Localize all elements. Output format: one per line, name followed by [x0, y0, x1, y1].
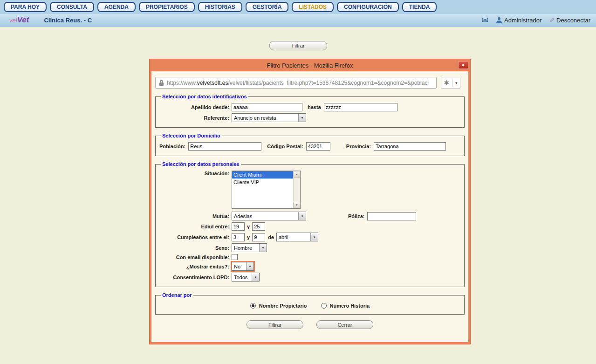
ordenar-numero-historia-radio[interactable]	[321, 303, 327, 309]
apellido-desde-label: Apellido desde:	[159, 104, 229, 110]
popup-filtrar-button[interactable]: Filtrar	[247, 320, 303, 329]
mutua-label: Mutua:	[159, 213, 229, 219]
user-icon	[496, 17, 502, 23]
referente-label: Referente:	[159, 115, 229, 121]
scroll-up-icon[interactable]: ▲	[294, 171, 300, 178]
legend-datos-personales: Selección por datos personales	[161, 161, 241, 167]
select-arrow-icon: ▼	[310, 233, 318, 241]
section-datos-identificativos: Selección por datos identificativos Apel…	[155, 94, 465, 128]
select-arrow-icon: ▼	[298, 114, 306, 122]
nav-propietarios[interactable]: PROPIETARIOS	[139, 2, 195, 12]
nav-tienda[interactable]: TIENDA	[402, 2, 437, 12]
scroll-down-icon[interactable]: ▼	[294, 202, 300, 208]
edad-min-input[interactable]	[232, 222, 245, 231]
situacion-option-client-miami[interactable]: Client Miami	[232, 171, 293, 179]
apellido-desde-input[interactable]	[232, 103, 302, 111]
select-arrow-icon: ▼	[246, 262, 253, 270]
url-bar[interactable]: https://www.velvetsoft.es/velvet/llistat…	[155, 77, 437, 89]
provincia-label: Provincia:	[346, 144, 371, 149]
poblacion-label: Población:	[159, 144, 185, 149]
pen-icon: ✎	[548, 17, 555, 23]
select-arrow-icon: ▼	[259, 244, 267, 252]
edad-max-input[interactable]	[252, 222, 265, 231]
chevron-down-icon: ▾	[455, 81, 458, 85]
codigo-postal-label: Código Postal:	[267, 144, 303, 149]
cumple-de-label: de	[268, 234, 274, 240]
main-nav: PARA HOY CONSULTA AGENDA PROPIETARIOS HI…	[0, 0, 596, 14]
close-button[interactable]: ×	[458, 61, 468, 69]
main-content: Filtrar Filtro Pacientes - Mozilla Firef…	[0, 27, 596, 364]
nav-consulta[interactable]: CONSULTA	[50, 2, 94, 12]
situacion-listbox[interactable]: Client Miami Cliente VIP ▲ ▼	[232, 171, 301, 209]
nav-historias[interactable]: HISTORIAS	[198, 2, 242, 12]
popup-titlebar[interactable]: Filtro Pacientes - Mozilla Firefox ×	[150, 59, 470, 71]
ordenar-nombre-propietario-radio[interactable]	[250, 303, 256, 309]
close-icon: ×	[462, 62, 465, 68]
nav-configuracion[interactable]: CONFIGURACIÓN	[337, 2, 399, 12]
email-disponible-label: Con email disponible:	[159, 254, 229, 260]
edad-y-label: y	[247, 224, 250, 229]
situacion-label: Situación:	[159, 171, 229, 176]
section-ordenar-por: Ordenar por Nombre Propietario Número Hi…	[155, 292, 465, 315]
logout-label: Desconectar	[556, 17, 590, 24]
section-domicilio: Selección por Domicilio Población: Códig…	[155, 133, 465, 156]
logout-button[interactable]: ✎ Desconectar	[549, 16, 590, 24]
provincia-input[interactable]	[374, 142, 446, 151]
extension-icon: ✱	[444, 80, 449, 86]
ordenar-numero-historia-label: Número Historia	[330, 303, 370, 309]
url-row: https://www.velvetsoft.es/velvet/llistat…	[155, 77, 465, 89]
codigo-postal-input[interactable]	[306, 142, 330, 151]
popup-cerrar-button[interactable]: Cerrar	[316, 320, 373, 329]
sexo-label: Sexo:	[159, 245, 229, 251]
mostrar-exitus-label: ¿Mostrar éxitus?:	[159, 264, 229, 269]
referente-select[interactable]: Anuncio en revista ▼	[232, 113, 306, 122]
section-datos-personales: Selección por datos personales Situación…	[155, 161, 465, 287]
poliza-input[interactable]	[367, 212, 416, 220]
url-text: https://www.velvetsoft.es/velvet/llistat…	[167, 80, 429, 86]
nav-agenda[interactable]: AGENDA	[97, 2, 136, 12]
popup-body: https://www.velvetsoft.es/velvet/llistat…	[151, 71, 468, 342]
consentimiento-lopd-select[interactable]: Todos ▼	[232, 273, 260, 282]
clinic-name: Clinica Reus. - C	[44, 17, 92, 24]
poliza-label: Póliza:	[348, 213, 364, 219]
mail-icon[interactable]: ✉	[482, 16, 488, 24]
cumple-dia2-input[interactable]	[252, 233, 265, 241]
nav-para-hoy[interactable]: PARA HOY	[4, 2, 47, 12]
user-menu[interactable]: Administrador	[496, 17, 541, 24]
cumple-dia1-input[interactable]	[232, 233, 245, 241]
email-disponible-checkbox[interactable]	[232, 254, 238, 260]
page-filtrar-button[interactable]: Filtrar	[269, 41, 327, 50]
sexo-select[interactable]: Hombre ▼	[232, 243, 267, 252]
subheader: velVet Clinica Reus. - C ✉ Administrador…	[0, 14, 596, 27]
select-arrow-icon: ▼	[298, 212, 306, 220]
nav-listados[interactable]: LISTADOS	[292, 2, 334, 12]
cumple-mes-select[interactable]: abril ▼	[276, 233, 318, 241]
cumple-y-label: y	[247, 234, 250, 240]
cumpleanos-label: Cumpleaños entre el:	[159, 234, 229, 240]
nav-gestoria[interactable]: GESTORÍA	[246, 2, 288, 12]
consentimiento-lopd-label: Consentimiento LOPD:	[159, 275, 229, 280]
hasta-label: hasta	[308, 104, 321, 110]
popup-button-row: Filtrar Cerrar	[155, 320, 465, 329]
apellido-hasta-input[interactable]	[324, 103, 397, 111]
situacion-option-cliente-vip[interactable]: Cliente VIP	[232, 179, 293, 186]
filter-popup-window: Filtro Pacientes - Mozilla Firefox × htt…	[149, 59, 471, 344]
legend-datos-identificativos: Selección por datos identificativos	[161, 94, 248, 99]
popup-title: Filtro Pacientes - Mozilla Firefox	[267, 62, 353, 69]
poblacion-input[interactable]	[188, 142, 261, 151]
mostrar-exitus-select[interactable]: No ▼	[232, 262, 254, 271]
edad-label: Edad entre:	[159, 224, 229, 229]
ordenar-nombre-propietario-label: Nombre Propietario	[259, 303, 307, 309]
lock-icon	[159, 80, 164, 86]
logo-text-vet: Vet	[17, 15, 29, 24]
app-logo: velVet	[9, 15, 29, 25]
legend-domicilio: Selección por Domicilio	[161, 133, 222, 138]
legend-ordenar-por: Ordenar por	[161, 292, 193, 298]
logo-text-vel: vel	[9, 17, 17, 24]
select-arrow-icon: ▼	[252, 273, 259, 281]
url-tools[interactable]: ✱ ▾	[441, 77, 460, 89]
mutua-select[interactable]: Adeslas ▼	[232, 212, 306, 220]
listbox-scrollbar[interactable]: ▲ ▼	[293, 171, 300, 208]
user-name: Administrador	[504, 17, 541, 24]
toolbar-divider	[452, 79, 452, 87]
